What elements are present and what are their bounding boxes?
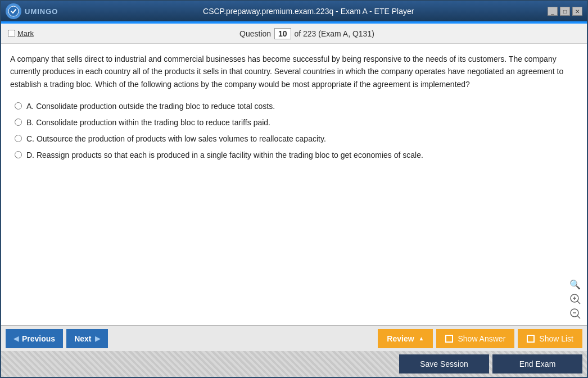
option-a[interactable]: A. Consolidate production outside the tr… [15, 101, 578, 112]
question-text: A company that sells direct to industria… [10, 53, 578, 90]
show-list-checkbox-icon [527, 335, 535, 343]
save-session-button[interactable]: Save Session [399, 354, 489, 374]
search-icon[interactable]: 🔍 [569, 278, 581, 290]
question-total: of 223 (Exam A, Q131) [294, 29, 374, 38]
close-button[interactable]: ✕ [572, 7, 582, 16]
logo: UMINGO [6, 3, 58, 19]
window-title: CSCP.prepaway.premium.exam.223q - Exam A… [69, 7, 548, 16]
option-d[interactable]: D. Reassign products so that each is pro… [15, 149, 578, 161]
toolbar: Mark Question 10 of 223 (Exam A, Q131) [1, 24, 587, 44]
title-bar: UMINGO CSCP.prepaway.premium.exam.223q -… [1, 1, 587, 21]
option-b-text: B. Consolidate production within the tra… [26, 117, 270, 129]
mark-label: Mark [17, 29, 34, 38]
main-content: A company that sells direct to industria… [1, 44, 587, 325]
window-controls: _ □ ✕ [548, 7, 582, 16]
logo-icon [6, 3, 21, 19]
zoom-out-icon[interactable] [569, 307, 581, 320]
show-list-button[interactable]: Show List [518, 329, 582, 348]
mark-input[interactable] [8, 30, 15, 37]
zoom-controls: 🔍 [569, 278, 581, 320]
app-window: UMINGO CSCP.prepaway.premium.exam.223q -… [0, 0, 588, 378]
option-c-text: C. Outsource the production of products … [26, 133, 326, 145]
logo-text: UMINGO [25, 7, 58, 16]
action-row: Save Session End Exam [1, 351, 587, 377]
option-a-text: A. Consolidate production outside the tr… [26, 101, 275, 112]
options-list: A. Consolidate production outside the tr… [10, 101, 578, 161]
option-a-radio[interactable] [15, 102, 22, 110]
question-info: Question 10 of 223 (Exam A, Q131) [34, 28, 580, 39]
question-label: Question [239, 29, 271, 38]
option-b-radio[interactable] [15, 119, 22, 126]
restore-button[interactable]: □ [560, 7, 570, 16]
show-answer-checkbox-icon [445, 335, 453, 343]
review-caret-icon: ▲ [419, 335, 424, 341]
svg-point-0 [8, 6, 19, 16]
option-d-radio[interactable] [15, 151, 22, 158]
next-arrow-icon: ▶ [95, 335, 100, 343]
bottom-toolbar: ◀ Previous Next ▶ Review ▲ Show Answer S… [1, 325, 587, 351]
end-exam-button[interactable]: End Exam [492, 354, 582, 374]
review-button[interactable]: Review ▲ [378, 329, 433, 348]
question-number: 10 [274, 28, 291, 39]
show-answer-button[interactable]: Show Answer [436, 329, 514, 348]
next-button[interactable]: Next ▶ [66, 329, 107, 348]
option-c[interactable]: C. Outsource the production of products … [15, 133, 578, 145]
prev-arrow-icon: ◀ [13, 335, 19, 343]
option-c-radio[interactable] [15, 135, 22, 142]
mark-checkbox[interactable]: Mark [8, 29, 34, 38]
svg-line-2 [577, 301, 580, 304]
option-d-text: D. Reassign products so that each is pro… [26, 149, 423, 161]
svg-line-6 [577, 316, 580, 318]
minimize-button[interactable]: _ [548, 7, 558, 16]
previous-button[interactable]: ◀ Previous [6, 329, 63, 348]
option-b[interactable]: B. Consolidate production within the tra… [15, 117, 578, 129]
zoom-in-icon[interactable] [569, 293, 581, 305]
